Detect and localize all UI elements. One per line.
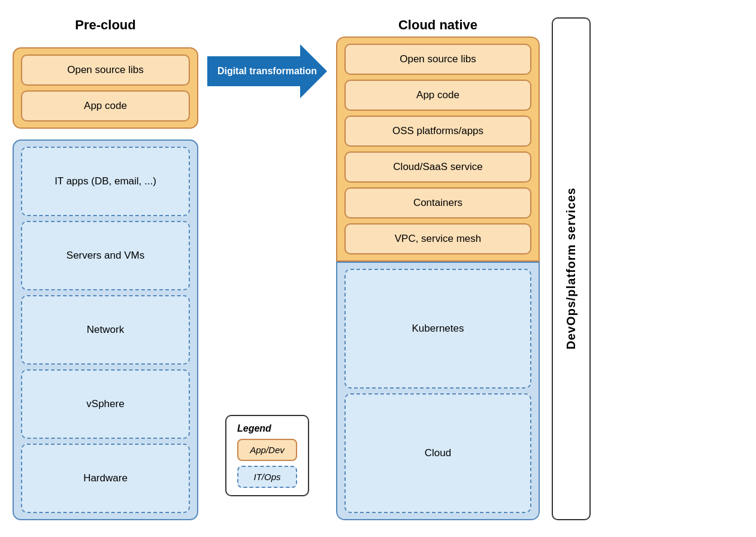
pre-cloud-title: Pre-cloud: [13, 17, 198, 33]
pre-cloud-app-dev-box: Open source libs App code: [13, 47, 198, 129]
pre-cloud-hardware: Hardware: [21, 444, 190, 513]
pre-cloud-open-source-libs: Open source libs: [21, 54, 190, 86]
legend-title: Legend: [237, 423, 297, 434]
cloud-native-combined: Open source libs App code OSS platforms/…: [336, 37, 540, 520]
pre-cloud-vsphere: vSphere: [21, 369, 190, 439]
arrow-container: Digital transformation: [207, 41, 327, 107]
cn-cloud-saas: Cloud/SaaS service: [344, 151, 531, 183]
cn-open-source-libs: Open source libs: [344, 44, 531, 75]
devops-sidebar: DevOps/platform services: [552, 17, 591, 520]
cn-containers: Containers: [344, 187, 531, 219]
middle-section: Digital transformation Legend App/Dev IT…: [198, 17, 336, 520]
cloud-native-column: Cloud native Open source libs App code O…: [336, 17, 540, 520]
cloud-native-app-dev-box: Open source libs App code OSS platforms/…: [336, 37, 540, 262]
devops-label: DevOps/platform services: [564, 187, 578, 350]
arrow-label: Digital transformation: [217, 65, 317, 77]
pre-cloud-it-apps: IT apps (DB, email, ...): [21, 147, 190, 216]
pre-cloud-it-ops-box: IT apps (DB, email, ...) Servers and VMs…: [13, 139, 198, 520]
pre-cloud-app-code: App code: [21, 90, 190, 122]
pre-cloud-network: Network: [21, 295, 190, 365]
cn-cloud: Cloud: [344, 393, 531, 513]
cloud-native-it-ops-box: Kubernetes Cloud: [336, 262, 540, 520]
pre-cloud-column: Pre-cloud Open source libs App code IT a…: [13, 17, 198, 520]
cn-oss-platforms: OSS platforms/apps: [344, 116, 531, 147]
cn-app-code: App code: [344, 80, 531, 111]
cn-kubernetes: Kubernetes: [344, 269, 531, 389]
cn-vpc-service-mesh: VPC, service mesh: [344, 223, 531, 254]
legend-app-dev: App/Dev: [237, 439, 297, 461]
pre-cloud-servers-vms: Servers and VMs: [21, 221, 190, 290]
cloud-native-title: Cloud native: [336, 17, 540, 33]
cloud-native-area: Cloud native Open source libs App code O…: [336, 17, 743, 520]
legend-box: Legend App/Dev IT/Ops: [225, 415, 309, 496]
diagram: Pre-cloud Open source libs App code IT a…: [13, 17, 743, 520]
legend-it-ops: IT/Ops: [237, 466, 297, 488]
